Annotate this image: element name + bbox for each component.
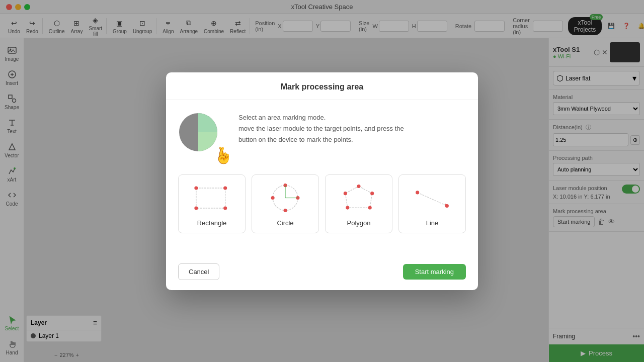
mode-options-grid: Rectangle Circle [178, 174, 466, 233]
svg-point-8 [194, 186, 198, 190]
mode-option-circle[interactable]: Circle [252, 174, 319, 233]
rectangle-icon [192, 183, 232, 213]
polygon-icon [339, 183, 379, 213]
modal-header: Mark processing area [166, 72, 478, 100]
svg-point-15 [283, 208, 287, 212]
modal-overlay[interactable]: Mark processing area 🤞 Select an [0, 0, 644, 362]
mode-option-polygon[interactable]: Polygon [325, 174, 392, 233]
start-marking-modal-button[interactable]: Start marking [403, 264, 466, 280]
svg-point-26 [416, 191, 419, 194]
modal-desc-line3: button on the device to mark the points. [238, 134, 404, 145]
mode-option-line[interactable]: Line [398, 174, 466, 233]
svg-point-20 [357, 184, 360, 188]
svg-point-9 [223, 186, 227, 190]
cancel-button[interactable]: Cancel [178, 263, 219, 280]
svg-point-16 [271, 196, 275, 200]
modal-body: 🤞 Select an area marking mode. move the … [166, 100, 478, 257]
svg-point-24 [344, 192, 347, 195]
svg-point-22 [368, 206, 372, 209]
svg-point-23 [346, 206, 349, 209]
line-label: Line [426, 219, 439, 227]
circle-icon [265, 183, 305, 213]
modal-description-area: 🤞 Select an area marking mode. move the … [178, 112, 466, 162]
modal-description: Select an area marking mode. move the la… [238, 112, 404, 145]
svg-line-25 [418, 192, 447, 206]
line-icon [412, 183, 452, 213]
svg-point-21 [370, 192, 374, 195]
modal-desc-line1: Select an area marking mode. [238, 112, 404, 123]
modal-desc-line2: move the laser module to the target poin… [238, 123, 404, 134]
modal-illustration: 🤞 [178, 112, 228, 162]
polygon-label: Polygon [347, 219, 371, 227]
rectangle-label: Rectangle [197, 219, 227, 227]
svg-rect-7 [196, 188, 225, 208]
mark-processing-modal: Mark processing area 🤞 Select an [166, 72, 478, 290]
illustration-circle [178, 112, 218, 152]
svg-point-11 [194, 206, 198, 210]
mode-option-rectangle[interactable]: Rectangle [178, 174, 246, 233]
svg-point-10 [223, 206, 227, 210]
illustration-hand: 🤞 [213, 146, 233, 165]
modal-footer: Cancel Start marking [166, 257, 478, 290]
modal-title: Mark processing area [178, 82, 466, 92]
svg-marker-19 [345, 186, 372, 208]
illustration-svg [178, 112, 218, 152]
circle-label: Circle [277, 219, 293, 227]
